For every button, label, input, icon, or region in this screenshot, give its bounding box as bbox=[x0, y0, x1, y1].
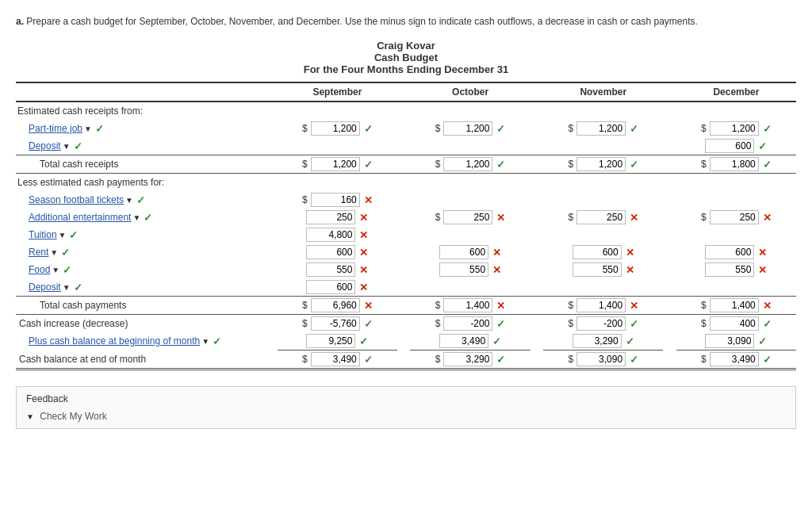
instruction: a. Prepare a cash budget for September, … bbox=[16, 16, 796, 27]
ae-dec-x: ✕ bbox=[763, 212, 772, 224]
pc-oct-check: ✓ bbox=[492, 335, 501, 347]
rent-dropdown[interactable]: ▼ bbox=[50, 248, 58, 257]
ci-sep-input[interactable] bbox=[311, 316, 360, 331]
ci-nov-input[interactable] bbox=[576, 316, 626, 331]
rent-sep-input[interactable] bbox=[306, 245, 355, 259]
plus-cash-link[interactable]: Plus cash balance at beginning of month bbox=[29, 335, 200, 347]
ptj-dec-input[interactable] bbox=[710, 121, 759, 136]
ae-sep-input[interactable] bbox=[306, 210, 355, 224]
cash-end-label: Cash balance at end of month bbox=[16, 351, 278, 370]
deposit-top-link[interactable]: Deposit bbox=[29, 140, 61, 151]
total-payments-label: Total cash payments bbox=[16, 297, 278, 315]
rent-sep-x: ✕ bbox=[359, 247, 368, 259]
ce-dec-input[interactable] bbox=[710, 352, 759, 366]
food-label: Food ▼ ✓ bbox=[16, 261, 278, 278]
rent-nov-input[interactable] bbox=[573, 245, 622, 259]
part-time-job-link[interactable]: Part-time job bbox=[29, 123, 82, 134]
food-dec-input[interactable] bbox=[705, 262, 754, 277]
season-tickets-link[interactable]: Season football tickets bbox=[29, 194, 124, 205]
ptj-sep-check: ✓ bbox=[364, 123, 373, 135]
food-nov-input[interactable] bbox=[573, 262, 622, 277]
tr-oct-check: ✓ bbox=[496, 159, 505, 170]
cash-increase-label: Cash increase (decrease) bbox=[16, 315, 278, 333]
ce-sep-input[interactable] bbox=[311, 352, 360, 366]
nov-header: November bbox=[543, 82, 663, 102]
tp-nov-input[interactable] bbox=[576, 298, 626, 312]
pc-oct-input[interactable] bbox=[439, 334, 488, 348]
pc-nov-input[interactable] bbox=[573, 334, 622, 348]
dep-sep-cell bbox=[278, 137, 397, 155]
rent-link[interactable]: Rent bbox=[29, 247, 48, 258]
st-oct-cell bbox=[410, 191, 530, 209]
tp-oct-input[interactable] bbox=[443, 298, 492, 312]
food-nov-x: ✕ bbox=[626, 264, 634, 276]
rent-label: Rent ▼ ✓ bbox=[16, 243, 278, 261]
feedback-label: Feedback bbox=[26, 393, 786, 404]
tp-sep-x: ✕ bbox=[364, 300, 373, 312]
depb-oct-cell bbox=[410, 278, 530, 297]
tp-dec-input[interactable] bbox=[710, 298, 759, 312]
ae-nov-input[interactable] bbox=[576, 210, 626, 224]
food-oct-input[interactable] bbox=[439, 262, 488, 277]
st-sep-input[interactable] bbox=[311, 193, 360, 207]
tuition-link[interactable]: Tuition bbox=[29, 229, 57, 240]
receipts-label: Estimated cash receipts from: bbox=[16, 102, 278, 120]
plus-cash-dropdown[interactable]: ▼ bbox=[201, 337, 209, 346]
dec-header: December bbox=[676, 82, 796, 102]
part-time-job-dropdown[interactable]: ▼ bbox=[84, 125, 92, 133]
tp-sep-input[interactable] bbox=[311, 298, 360, 312]
food-dropdown[interactable]: ▼ bbox=[52, 266, 59, 274]
deposit-bottom-label: Deposit ▼ ✓ bbox=[16, 278, 278, 297]
season-tickets-check: ✓ bbox=[136, 194, 145, 206]
pc-dec-input[interactable] bbox=[705, 334, 754, 348]
additional-entertainment-link[interactable]: Additional entertainment bbox=[29, 212, 131, 223]
ce-dec-cell: $ ✓ bbox=[676, 351, 796, 370]
ptj-oct-check: ✓ bbox=[496, 123, 505, 135]
food-sep-x: ✕ bbox=[359, 264, 368, 276]
ce-oct-input[interactable] bbox=[443, 352, 492, 366]
deposit-bottom-row: Deposit ▼ ✓ ✕ bbox=[16, 278, 796, 297]
tr-sep-input[interactable] bbox=[311, 157, 360, 171]
food-row: Food ▼ ✓ ✕ ✕ bbox=[16, 261, 796, 278]
deposit-top-dropdown[interactable]: ▼ bbox=[63, 142, 71, 151]
food-sep-input[interactable] bbox=[306, 262, 355, 277]
ptj-nov-input[interactable] bbox=[576, 121, 626, 136]
rent-check: ✓ bbox=[61, 247, 70, 259]
dep-dec-input[interactable] bbox=[705, 139, 754, 153]
tp-nov-x: ✕ bbox=[630, 300, 638, 312]
deposit-bottom-link[interactable]: Deposit bbox=[29, 282, 61, 293]
check-work-section[interactable]: ▼ Check My Work bbox=[26, 411, 786, 422]
rent-dec-input[interactable] bbox=[705, 245, 754, 259]
depb-dec-cell bbox=[676, 278, 796, 297]
tr-oct-input[interactable] bbox=[443, 157, 492, 171]
additional-entertainment-dropdown[interactable]: ▼ bbox=[132, 213, 140, 222]
tr-dec-input[interactable] bbox=[710, 157, 759, 171]
dep-nov-cell bbox=[543, 137, 663, 155]
tp-oct-x: ✕ bbox=[496, 300, 505, 312]
additional-entertainment-check: ✓ bbox=[144, 212, 152, 224]
ce-nov-input[interactable] bbox=[576, 352, 626, 366]
st-sep-x: ✕ bbox=[364, 194, 373, 206]
st-sep-cell: $ ✕ bbox=[278, 191, 397, 209]
ci-sep-check: ✓ bbox=[364, 318, 373, 330]
ci-dec-input[interactable] bbox=[710, 316, 759, 331]
ae-oct-input[interactable] bbox=[443, 210, 492, 224]
tuition-dropdown[interactable]: ▼ bbox=[59, 231, 67, 239]
food-link[interactable]: Food bbox=[29, 264, 50, 275]
depb-nov-cell bbox=[543, 278, 663, 297]
deposit-bottom-dropdown[interactable]: ▼ bbox=[63, 283, 71, 292]
season-tickets-dropdown[interactable]: ▼ bbox=[125, 196, 133, 205]
pc-sep-input[interactable] bbox=[306, 334, 355, 348]
season-tickets-row: Season football tickets ▼ ✓ $ ✕ bbox=[16, 191, 796, 209]
cash-end-row: Cash balance at end of month $ ✓ $ ✓ bbox=[16, 351, 796, 370]
ae-dec-input[interactable] bbox=[710, 210, 759, 224]
tui-sep-input[interactable] bbox=[306, 228, 355, 242]
check-work-label[interactable]: Check My Work bbox=[40, 411, 106, 422]
depb-sep-input[interactable] bbox=[306, 280, 355, 294]
rent-oct-input[interactable] bbox=[439, 245, 488, 259]
ptj-sep-input[interactable] bbox=[311, 121, 360, 136]
ci-oct-input[interactable] bbox=[443, 316, 492, 331]
ptj-oct-input[interactable] bbox=[443, 121, 492, 136]
tr-sep-check: ✓ bbox=[364, 159, 373, 170]
tr-nov-input[interactable] bbox=[576, 157, 626, 171]
